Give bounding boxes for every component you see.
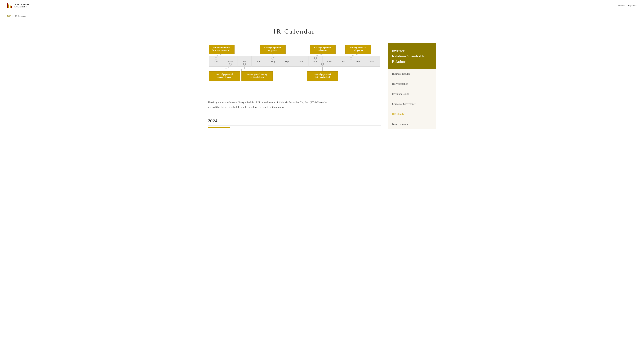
- page-title: IR Calendar: [208, 28, 381, 35]
- svg-text:Earnings report for: Earnings report for: [350, 46, 366, 49]
- svg-text:fiscal year to March 31: fiscal year to March 31: [212, 49, 231, 51]
- breadcrumb-sep: >: [12, 15, 14, 17]
- site-header: ICHIYOSHI SECURITIES Home | Japanese: [0, 0, 644, 11]
- svg-line-47: [224, 67, 230, 69]
- breadcrumb-top[interactable]: TOP: [7, 15, 11, 17]
- nav-divider: |: [626, 4, 626, 7]
- svg-text:Mar.: Mar.: [370, 60, 375, 63]
- main-content: IR Calendar Business results for fiscal …: [208, 21, 381, 129]
- calendar-diagram: Business results for fiscal year to Marc…: [208, 44, 381, 93]
- year-divider: [208, 125, 381, 126]
- logo-text: ICHIYOSHI SECURITIES: [14, 3, 31, 7]
- svg-text:interim dividend: interim dividend: [315, 76, 330, 78]
- svg-text:Start of payment of: Start of payment of: [314, 73, 331, 76]
- logo-bars-icon: [7, 3, 12, 8]
- svg-line-42: [315, 54, 322, 56]
- svg-text:Aug.: Aug.: [270, 60, 275, 63]
- year-heading: 2024: [208, 118, 381, 124]
- logo-area: ICHIYOSHI SECURITIES: [7, 3, 31, 8]
- svg-text:Jun.: Jun.: [242, 60, 246, 63]
- logo-bar-2: [8, 4, 9, 8]
- svg-text:May: May: [228, 60, 232, 63]
- sidebar-item-investors-guide[interactable]: Investors' Guide: [388, 89, 436, 99]
- svg-text:Business results for: Business results for: [213, 46, 230, 49]
- sidebar-item-ir-presentation[interactable]: IR Presentation: [388, 79, 436, 89]
- sidebar: Investor Relations,Shareholder Relations…: [388, 43, 436, 129]
- year-accent: [208, 127, 230, 128]
- svg-text:annual dividend: annual dividend: [218, 76, 231, 78]
- svg-text:Earnings report for: Earnings report for: [314, 46, 331, 49]
- svg-text:Start of payment of: Start of payment of: [216, 73, 233, 76]
- header-nav: Home | Japanese: [618, 4, 637, 7]
- svg-line-43: [351, 54, 358, 56]
- sidebar-item-news-releases[interactable]: News Releases: [388, 119, 436, 129]
- main-layout: IR Calendar Business results for fiscal …: [201, 21, 443, 140]
- sidebar-nav: Business Results IR Presentation Investo…: [388, 69, 436, 129]
- svg-rect-12: [209, 56, 380, 67]
- logo-ichiyoshi: ICHIYOSHI: [14, 3, 31, 6]
- svg-text:Jul.: Jul.: [257, 60, 260, 63]
- svg-text:2nd quarter: 2nd quarter: [318, 49, 328, 51]
- home-link[interactable]: Home: [618, 4, 624, 7]
- svg-text:Earnings report for: Earnings report for: [264, 46, 281, 49]
- logo-bar-3: [10, 5, 10, 8]
- year-section: 2024: [208, 118, 381, 128]
- svg-text:Annual general meeting: Annual general meeting: [247, 73, 267, 76]
- svg-text:Sep.: Sep.: [285, 60, 289, 63]
- japanese-link[interactable]: Japanese: [628, 4, 637, 7]
- calendar-svg: Business results for fiscal year to Marc…: [208, 44, 381, 92]
- sidebar-item-ir-calendar[interactable]: IR Calendar: [388, 109, 436, 119]
- sidebar-item-corporate-governance[interactable]: Corporate Governance: [388, 99, 436, 109]
- svg-text:of shareholders: of shareholders: [250, 76, 264, 78]
- svg-text:Oct.: Oct.: [299, 60, 304, 63]
- logo-bar-4: [11, 6, 12, 8]
- breadcrumb-current: IR Calendar: [15, 15, 26, 17]
- svg-text:1st quarter: 1st quarter: [268, 49, 278, 51]
- svg-text:Dec.: Dec.: [327, 60, 332, 63]
- svg-text:Jan.: Jan.: [342, 60, 346, 63]
- logo-bar-1: [7, 3, 8, 8]
- sidebar-header: Investor Relations,Shareholder Relations: [388, 43, 436, 69]
- svg-text:Apr.: Apr.: [214, 60, 218, 63]
- svg-text:3rd quarter: 3rd quarter: [353, 49, 363, 51]
- breadcrumb: TOP > IR Calendar: [0, 11, 644, 21]
- sidebar-item-business-results[interactable]: Business Results: [388, 69, 436, 79]
- logo-securities: SECURITIES: [14, 6, 31, 8]
- svg-line-41: [272, 54, 273, 56]
- description-text: The diagram above shows ordinary schedul…: [208, 100, 329, 109]
- svg-line-40: [216, 54, 222, 56]
- svg-text:Feb.: Feb.: [356, 60, 360, 63]
- svg-text:Nov.: Nov.: [313, 60, 318, 63]
